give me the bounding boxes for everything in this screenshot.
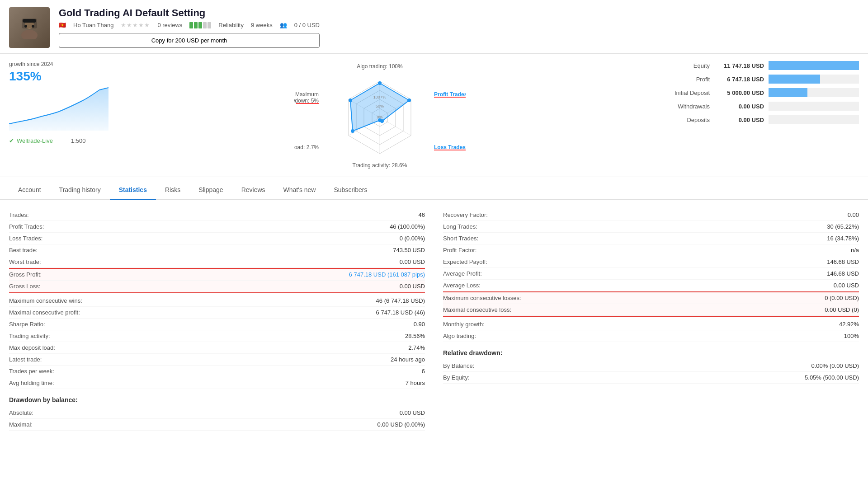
stat-max-consec-loss: Maximal consecutive loss: 0.00 USD (0) xyxy=(443,304,859,316)
drawdown-balance-title: Drawdown by balance: xyxy=(9,396,425,404)
growth-value: 135% xyxy=(9,69,108,84)
deposits-row: Deposits 0.00 USD xyxy=(651,115,859,124)
reliability-label: Reliability xyxy=(218,22,244,28)
svg-point-1 xyxy=(21,30,38,39)
equity-bar-container xyxy=(769,61,859,70)
tabs-row: Account Trading history Statistics Risks… xyxy=(0,181,868,200)
growth-chart xyxy=(9,85,108,131)
profit-label: Profit xyxy=(651,76,710,83)
svg-text:100+%: 100+% xyxy=(373,95,386,99)
copy-button[interactable]: Copy for 200 USD per month xyxy=(59,33,320,48)
radar-chart: 100+% 50% 0% Algo trading: 100% Profit T… xyxy=(294,61,466,169)
broker-name: Weltrade-Live xyxy=(17,137,53,144)
svg-point-14 xyxy=(378,81,382,85)
radar-label-algo: Algo trading: 100% xyxy=(357,63,403,70)
radar-label-loss: Loss Trades: 0% xyxy=(434,144,466,150)
leverage: 1:500 xyxy=(71,137,86,144)
growth-section: growth since 2024 135% ✔ Weltrade-Live 1… xyxy=(9,61,108,169)
stat-gross-loss: Gross Loss: 0.00 USD xyxy=(9,281,425,292)
stat-max-consec-profit: Maximal consecutive profit: 6 747.18 USD… xyxy=(9,307,425,319)
stat-max-deposit-load: Max deposit load: 2.74% xyxy=(9,342,425,354)
flag-icon: 🇻🇳 xyxy=(59,22,66,28)
equity-bar xyxy=(769,61,859,70)
subscribers-icon: 👥 xyxy=(280,22,287,28)
stat-best-trade: Best trade: 743.50 USD xyxy=(9,244,425,256)
radar-label-activity: Trading activity: 28.6% xyxy=(353,162,407,169)
svg-point-19 xyxy=(349,99,352,102)
rel-seg-5 xyxy=(208,22,211,28)
drawdown-relative-title: Relative drawdown: xyxy=(443,349,859,357)
stat-profit-trades: Profit Trades: 46 (100.00%) xyxy=(9,221,425,233)
stat-avg-holding: Avg holding time: 7 hours xyxy=(9,377,425,389)
stat-by-balance: By Balance: 0.00% (0.00 USD) xyxy=(443,360,859,372)
stat-by-equity: By Equity: 5.05% (500.00 USD) xyxy=(443,372,859,384)
stat-average-profit: Average Profit: 146.68 USD xyxy=(443,268,859,280)
stat-gross-loss-wrapper: Gross Loss: 0.00 USD xyxy=(9,281,425,293)
stat-loss-trades: Loss Trades: 0 (0.00%) xyxy=(9,233,425,244)
tab-reviews[interactable]: Reviews xyxy=(232,181,274,200)
profit-row: Profit 6 747.18 USD xyxy=(651,75,859,84)
rel-seg-2 xyxy=(194,22,198,28)
reliability-bar xyxy=(189,22,211,28)
metrics-section: Equity 11 747.18 USD Profit 6 747.18 USD… xyxy=(651,61,859,169)
initial-deposit-label: Initial Deposit xyxy=(651,89,710,96)
svg-text:drawdown: 5%: drawdown: 5% xyxy=(294,98,319,104)
tab-trading-history[interactable]: Trading history xyxy=(50,181,110,200)
star-rating: ★★★★★ xyxy=(121,22,150,28)
profit-bar-container xyxy=(769,75,859,84)
profit-bar xyxy=(769,75,820,84)
withdrawals-value: 0.00 USD xyxy=(714,103,764,110)
stat-sharpe: Sharpe Ratio: 0.90 xyxy=(9,319,425,330)
stat-long-trades: Long Trades: 30 (65.22%) xyxy=(443,221,859,233)
stat-latest-trade: Latest trade: 24 hours ago xyxy=(9,354,425,366)
stat-gross-profit-wrapper: Gross Profit: 6 747.18 USD (161 087 pips… xyxy=(9,268,425,281)
avatar xyxy=(9,7,50,48)
profit-value: 6 747.18 USD xyxy=(714,76,764,83)
header: Gold Trading AI Default Setting 🇻🇳 Ho Tu… xyxy=(0,0,868,54)
tab-whats-new[interactable]: What's new xyxy=(274,181,325,200)
deposits-value: 0.00 USD xyxy=(714,117,764,123)
tab-subscribers[interactable]: Subscribers xyxy=(325,181,376,200)
withdrawals-label: Withdrawals xyxy=(651,103,710,110)
initial-deposit-bar xyxy=(769,88,807,97)
withdrawals-bar-container xyxy=(769,102,859,111)
initial-deposit-row: Initial Deposit 5 000.00 USD xyxy=(651,88,859,97)
stat-average-loss: Average Loss: 0.00 USD xyxy=(443,280,859,291)
stat-gross-profit: Gross Profit: 6 747.18 USD (161 087 pips… xyxy=(9,269,425,281)
stat-absolute: Absolute: 0.00 USD xyxy=(9,407,425,419)
svg-point-4 xyxy=(32,25,34,28)
title-block: Gold Trading AI Default Setting 🇻🇳 Ho Tu… xyxy=(59,7,320,48)
meta-row: 🇻🇳 Ho Tuan Thang ★★★★★ 0 reviews Reliabi… xyxy=(59,22,320,28)
stat-max-consec-wins: Maximum consecutive wins: 46 (6 747.18 U… xyxy=(9,295,425,307)
tab-risks[interactable]: Risks xyxy=(156,181,189,200)
svg-text:0%: 0% xyxy=(377,115,382,119)
broker-badge: ✔ Weltrade-Live xyxy=(9,137,53,144)
stat-profit-factor: Profit Factor: n/a xyxy=(443,244,859,256)
stat-expected-payoff: Expected Payoff: 146.68 USD xyxy=(443,256,859,268)
initial-deposit-bar-container xyxy=(769,88,859,97)
rel-seg-1 xyxy=(189,22,193,28)
growth-label: growth since 2024 xyxy=(9,61,108,67)
stat-short-trades: Short Trades: 16 (34.78%) xyxy=(443,233,859,244)
stat-trades-per-week: Trades per week: 6 xyxy=(9,366,425,377)
equity-row: Equity 11 747.18 USD xyxy=(651,61,859,70)
signal-title: Gold Trading AI Default Setting xyxy=(59,7,320,19)
stat-algo-trading: Algo trading: 100% xyxy=(443,330,859,342)
equity-value: 11 747.18 USD xyxy=(714,62,764,69)
stat-max-consec-losses-wrapper: Maximum consecutive losses: 0 (0.00 USD) xyxy=(443,291,859,304)
svg-text:50%: 50% xyxy=(376,104,384,108)
stat-recovery-factor: Recovery Factor: 0.00 xyxy=(443,209,859,221)
stats-right-col: Recovery Factor: 0.00 Long Trades: 30 (6… xyxy=(443,209,859,431)
equity-label: Equity xyxy=(651,62,710,69)
stats-left-col: Trades: 46 Profit Trades: 46 (100.00%) L… xyxy=(9,209,425,431)
bottom-meta: ✔ Weltrade-Live 1:500 xyxy=(9,136,108,146)
initial-deposit-value: 5 000.00 USD xyxy=(714,89,764,96)
tab-statistics[interactable]: Statistics xyxy=(110,181,156,200)
tab-slippage[interactable]: Slippage xyxy=(189,181,232,200)
author-name: Ho Tuan Thang xyxy=(73,22,113,28)
reviews-count: 0 reviews xyxy=(157,22,182,28)
svg-point-18 xyxy=(351,129,354,133)
stat-max-consec-losses: Maximum consecutive losses: 0 (0.00 USD) xyxy=(443,292,859,304)
tab-account[interactable]: Account xyxy=(9,181,50,200)
withdrawals-row: Withdrawals 0.00 USD xyxy=(651,102,859,111)
